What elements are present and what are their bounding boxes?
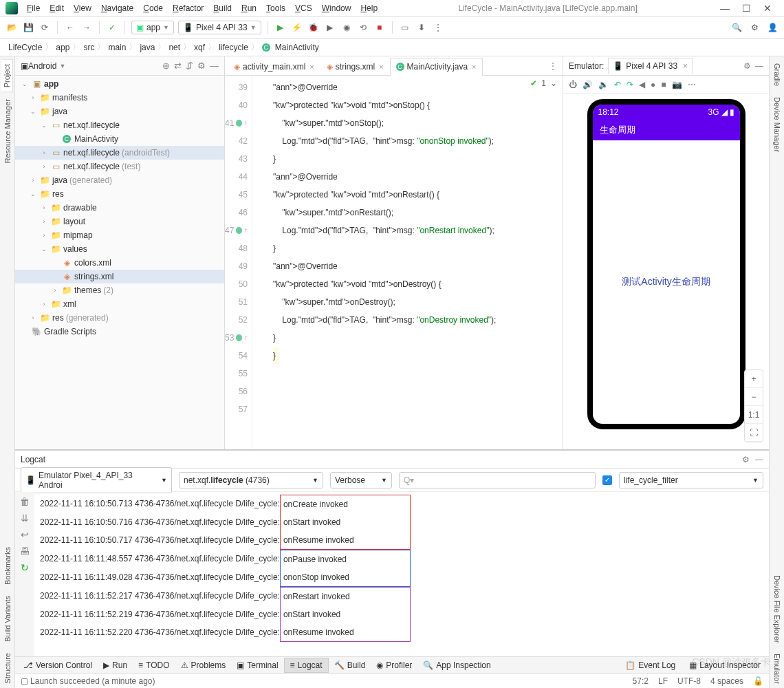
debug-icon[interactable]: 🐞 [307,21,320,34]
restart-icon[interactable]: ↻ [21,562,29,573]
twb-event-log[interactable]: 📋Event Log [620,658,681,672]
device-selector[interactable]: 📱Pixel 4 API 33▼ [178,21,261,34]
hide-icon[interactable]: — [755,455,763,464]
tree-mipmap[interactable]: ›📁mipmap [15,228,224,242]
stripe-build-variants[interactable]: Build Variants [2,592,13,646]
avd-icon[interactable]: ▭ [399,21,411,34]
crumb-lifecycle[interactable]: lifecycle [219,43,248,52]
editor-inspection-status[interactable]: ✔1⌄ [530,78,557,88]
tree-gradle scripts[interactable]: 🐘Gradle Scripts [15,325,224,338]
gear-icon[interactable]: ⚙ [742,455,750,464]
caret-position[interactable]: 57:2 [633,676,649,686]
sdk-icon[interactable]: ⬇ [415,21,428,34]
forward-icon[interactable]: → [80,21,93,34]
indent-info[interactable]: 4 spaces [710,676,743,686]
menu-help[interactable]: Help [356,2,382,14]
screenshot-icon[interactable]: 📷 [672,80,682,89]
menu-vcs[interactable]: VCS [290,2,317,14]
stripe-gradle[interactable]: Gradle [772,59,783,90]
crumb-app[interactable]: app [56,43,69,52]
menu-tools[interactable]: Tools [261,2,290,14]
tree-strings-xml[interactable]: ◈strings.xml [15,270,224,283]
run-icon[interactable]: ▶ [274,21,287,34]
gear-icon[interactable]: ⚙ [743,61,751,71]
attach-icon[interactable]: ⟲ [357,21,369,34]
tree-app[interactable]: ⌄▣app [15,77,224,91]
scroll-end-icon[interactable]: ⇊ [21,513,29,524]
settings-icon[interactable]: ⚙ [748,21,761,34]
project-mode[interactable]: Android [28,61,56,71]
crumb-java[interactable]: java [140,43,155,52]
soft-wrap-icon[interactable]: ↩ [21,529,29,540]
menu-build[interactable]: Build [208,2,237,14]
search-icon[interactable]: 🔍 [730,21,743,34]
minimize-icon[interactable]: — [720,3,730,14]
logcat-search-input[interactable]: Q▾ [399,472,596,488]
tree-drawable[interactable]: ›📁drawable [15,201,224,215]
profile-icon[interactable]: ◉ [340,21,353,34]
hammer-icon[interactable]: ✓ [106,21,118,34]
menu-navigate[interactable]: Navigate [96,2,138,14]
tree-values[interactable]: ⌄📁values [15,242,224,256]
collapse-icon[interactable]: ⇵ [186,61,193,71]
tree-colors-xml[interactable]: ◈colors.xml [15,256,224,270]
tree-java[interactable]: ⌄📁java [15,105,224,118]
menu-code[interactable]: Code [138,2,168,14]
back-icon[interactable]: ◀ [639,80,645,89]
stripe-device-manager[interactable]: Device Manager [772,93,783,156]
twb-terminal[interactable]: ▣Terminal [231,658,283,672]
power-icon[interactable]: ⏻ [569,80,577,89]
sync-icon[interactable]: ⟳ [39,21,51,34]
menu-refactor[interactable]: Refactor [168,2,208,14]
crumb-main[interactable]: main [108,43,126,52]
overview-icon[interactable]: ■ [661,80,666,89]
tree-net-xqf-lifecycle[interactable]: ›▭net.xqf.lifecycle(test) [15,160,224,173]
back-icon[interactable]: ← [64,21,76,34]
code-editor[interactable]: ✔1⌄ 394041 ↑424344454647 ↑484950515253 ↑… [225,76,563,449]
voldown-icon[interactable]: 🔉 [598,80,609,89]
home-icon[interactable]: ● [651,80,655,89]
twb-layout-inspector[interactable]: ▦Layout Inspector [684,658,766,672]
stripe-emulator[interactable]: Emulator [772,649,783,688]
tab-strings-xml[interactable]: ◈strings.xml× [320,58,390,76]
emulator-tab[interactable]: 📱Pixel 4 API 33× [608,58,693,74]
crumb-xqf[interactable]: xqf [194,43,205,52]
tabs-more-icon[interactable]: ⋮ [543,61,563,71]
tab-activity_main-xml[interactable]: ◈activity_main.xml× [228,58,320,76]
save-icon[interactable]: 💾 [22,21,34,34]
logcat-filter-selector[interactable]: life_cycle_filter▼ [619,472,763,488]
file-encoding[interactable]: UTF-8 [677,676,701,686]
twb-profiler[interactable]: ◉Profiler [371,658,417,672]
logcat-level-selector[interactable]: Verbose▼ [330,472,392,488]
apply-changes-icon[interactable]: ⚡ [291,21,303,34]
tab-MainActivity-java[interactable]: CMainActivity.java× [390,58,483,76]
tree-net-xqf-lifecycle[interactable]: ›▭net.xqf.lifecycle(androidTest) [15,146,224,160]
tree-res[interactable]: ›📁res(generated) [15,311,224,325]
stop-icon[interactable]: ■ [373,21,386,34]
tree-net-xqf-lifecycle[interactable]: ⌄▭net.xqf.lifecycle [15,118,224,132]
crumb-net[interactable]: net [168,43,180,52]
volup-icon[interactable]: 🔊 [582,80,593,89]
more-icon[interactable]: ⋯ [688,80,696,89]
twb-problems[interactable]: ⚠Problems [175,658,232,672]
user-icon[interactable]: 👤 [766,21,778,34]
stripe-project[interactable]: Project [1,59,13,92]
tree-manifests[interactable]: ›📁manifests [15,91,224,105]
close-icon[interactable]: ✕ [763,3,772,14]
readonly-icon[interactable]: 🔓 [753,676,763,686]
logcat-output[interactable]: 2022-11-11 16:10:50.713 4736-4736/net.xq… [34,492,769,656]
tree-layout[interactable]: ›📁layout [15,215,224,228]
rotate-left-icon[interactable]: ↶ [614,80,621,89]
twb-run[interactable]: ▶Run [98,658,133,672]
open-icon[interactable]: 📂 [6,21,18,34]
menu-file[interactable]: File [22,2,45,14]
tree-mainactivity[interactable]: CMainActivity [15,132,224,146]
tree-xml[interactable]: ›📁xml [15,297,224,311]
locate-icon[interactable]: ⊕ [162,61,170,71]
zoom-−[interactable]: − [745,388,763,406]
twb-build[interactable]: 🔨Build [329,658,371,672]
line-separator[interactable]: LF [658,676,668,686]
tree-themes[interactable]: ›📁themes(2) [15,283,224,297]
maximize-icon[interactable]: ☐ [742,3,751,14]
trash-icon[interactable]: 🗑 [20,496,30,507]
